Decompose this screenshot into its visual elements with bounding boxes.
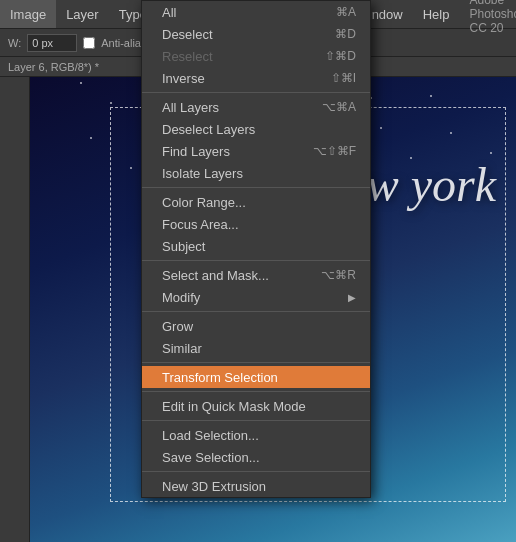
menu-item-focus-area[interactable]: Focus Area... xyxy=(142,213,370,235)
menu-item-subject-label: Subject xyxy=(162,239,205,254)
separator-7 xyxy=(142,420,370,421)
left-tool-panel xyxy=(0,77,30,542)
menu-item-save-selection-label: Save Selection... xyxy=(162,450,260,465)
menu-item-inverse-shortcut: ⇧⌘I xyxy=(331,71,356,85)
menu-item-modify-label: Modify xyxy=(162,290,200,305)
menu-item-color-range-label: Color Range... xyxy=(162,195,246,210)
menu-item-select-and-mask-label: Select and Mask... xyxy=(162,268,269,283)
separator-4 xyxy=(142,311,370,312)
menu-item-find-layers-shortcut: ⌥⇧⌘F xyxy=(313,144,356,158)
menu-item-find-layers-label: Find Layers xyxy=(162,144,230,159)
star xyxy=(430,95,432,97)
menu-item-all-layers-label: All Layers xyxy=(162,100,219,115)
menu-item-grow-label: Grow xyxy=(162,319,193,334)
menu-item-grow[interactable]: Grow xyxy=(142,315,370,337)
separator-2 xyxy=(142,187,370,188)
star xyxy=(110,102,112,104)
menu-item-find-layers[interactable]: Find Layers ⌥⇧⌘F xyxy=(142,140,370,162)
menu-item-all[interactable]: All ⌘A xyxy=(142,1,370,23)
antialias-checkbox[interactable] xyxy=(83,37,95,49)
menu-item-deselect-label: Deselect xyxy=(162,27,213,42)
star xyxy=(130,167,132,169)
menu-item-color-range[interactable]: Color Range... xyxy=(142,191,370,213)
menu-item-deselect[interactable]: Deselect ⌘D xyxy=(142,23,370,45)
menu-item-all-shortcut: ⌘A xyxy=(336,5,356,19)
menu-item-all-label: All xyxy=(162,5,176,20)
app-title: Adobe Photoshop CC 20 xyxy=(469,0,516,35)
menu-item-load-selection-label: Load Selection... xyxy=(162,428,259,443)
star xyxy=(490,152,492,154)
layer-info: Layer 6, RGB/8*) * xyxy=(8,61,99,73)
menu-item-inverse[interactable]: Inverse ⇧⌘I xyxy=(142,67,370,89)
menu-item-deselect-shortcut: ⌘D xyxy=(335,27,356,41)
star xyxy=(90,137,92,139)
separator-5 xyxy=(142,362,370,363)
star xyxy=(450,132,452,134)
menu-item-subject[interactable]: Subject xyxy=(142,235,370,257)
menu-item-quick-mask-label: Edit in Quick Mask Mode xyxy=(162,399,306,414)
separator-8 xyxy=(142,471,370,472)
width-input[interactable] xyxy=(27,34,77,52)
menu-item-select-and-mask[interactable]: Select and Mask... ⌥⌘R xyxy=(142,264,370,286)
menu-item-transform-selection[interactable]: Transform Selection xyxy=(142,366,370,388)
menu-item-focus-area-label: Focus Area... xyxy=(162,217,239,232)
menu-item-isolate-layers[interactable]: Isolate Layers xyxy=(142,162,370,184)
menu-item-reselect: Reselect ⇧⌘D xyxy=(142,45,370,67)
menu-item-reselect-label: Reselect xyxy=(162,49,213,64)
menu-item-reselect-shortcut: ⇧⌘D xyxy=(325,49,356,63)
menu-item-modify[interactable]: Modify ▶ xyxy=(142,286,370,308)
menu-item-save-selection[interactable]: Save Selection... xyxy=(142,446,370,468)
menu-image[interactable]: Image xyxy=(0,0,56,28)
menu-item-all-layers[interactable]: All Layers ⌥⌘A xyxy=(142,96,370,118)
menu-item-new-3d-extrusion[interactable]: New 3D Extrusion xyxy=(142,475,370,497)
separator-3 xyxy=(142,260,370,261)
submenu-arrow-icon: ▶ xyxy=(348,292,356,303)
star xyxy=(80,82,82,84)
menu-item-load-selection[interactable]: Load Selection... xyxy=(142,424,370,446)
menu-item-isolate-layers-label: Isolate Layers xyxy=(162,166,243,181)
menu-item-transform-selection-label: Transform Selection xyxy=(162,370,278,385)
menu-item-inverse-label: Inverse xyxy=(162,71,205,86)
menu-item-select-and-mask-shortcut: ⌥⌘R xyxy=(321,268,356,282)
menu-item-new-3d-extrusion-label: New 3D Extrusion xyxy=(162,479,266,494)
menu-item-similar-label: Similar xyxy=(162,341,202,356)
width-label: W: xyxy=(8,37,21,49)
menu-item-quick-mask[interactable]: Edit in Quick Mask Mode xyxy=(142,395,370,417)
separator-1 xyxy=(142,92,370,93)
menu-item-similar[interactable]: Similar xyxy=(142,337,370,359)
menu-layer[interactable]: Layer xyxy=(56,0,109,28)
menu-item-deselect-layers-label: Deselect Layers xyxy=(162,122,255,137)
star xyxy=(380,127,382,129)
menu-help[interactable]: Help xyxy=(413,0,460,28)
menu-item-deselect-layers[interactable]: Deselect Layers xyxy=(142,118,370,140)
menu-item-all-layers-shortcut: ⌥⌘A xyxy=(322,100,356,114)
select-dropdown-menu: All ⌘A Deselect ⌘D Reselect ⇧⌘D Inverse … xyxy=(141,0,371,498)
antialias-label: Anti-alias xyxy=(101,37,146,49)
separator-6 xyxy=(142,391,370,392)
